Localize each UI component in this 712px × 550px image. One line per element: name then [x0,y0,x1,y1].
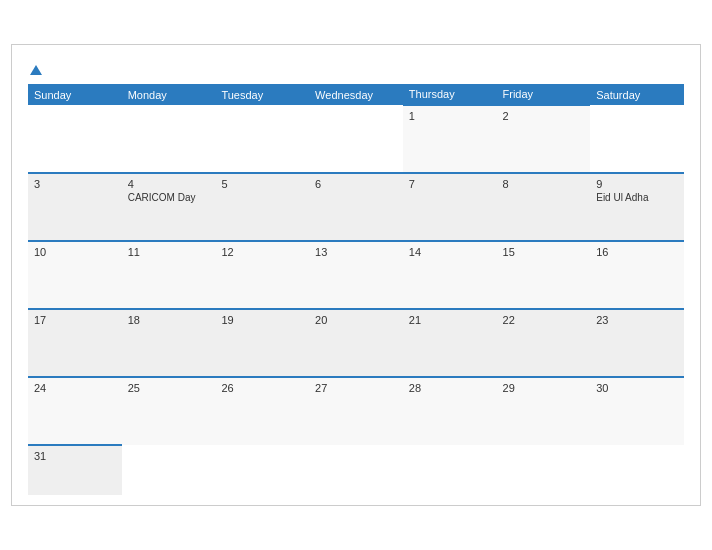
day-number: 28 [409,382,491,394]
day-number: 12 [221,246,303,258]
weekday-header-row: SundayMondayTuesdayWednesdayThursdayFrid… [28,84,684,105]
calendar-day-cell [309,105,403,173]
calendar-day-cell: 18 [122,309,216,377]
calendar-day-cell: 14 [403,241,497,309]
calendar-day-cell: 6 [309,173,403,241]
day-number: 17 [34,314,116,326]
day-number: 30 [596,382,678,394]
day-number: 15 [503,246,585,258]
calendar-grid: SundayMondayTuesdayWednesdayThursdayFrid… [28,84,684,495]
weekday-header: Sunday [28,84,122,105]
day-number: 27 [315,382,397,394]
day-number: 6 [315,178,397,190]
day-number: 14 [409,246,491,258]
calendar-week-row: 17181920212223 [28,309,684,377]
calendar-day-cell: 12 [215,241,309,309]
day-number: 24 [34,382,116,394]
calendar-day-cell [215,105,309,173]
calendar-day-cell: 17 [28,309,122,377]
day-number: 9 [596,178,678,190]
calendar-day-cell: 31 [28,445,122,495]
event-label: CARICOM Day [128,192,210,203]
day-number: 7 [409,178,491,190]
day-number: 3 [34,178,116,190]
calendar-day-cell: 9Eid Ul Adha [590,173,684,241]
calendar-day-cell: 20 [309,309,403,377]
calendar-day-cell: 21 [403,309,497,377]
calendar-day-cell: 28 [403,377,497,445]
calendar-day-cell: 13 [309,241,403,309]
day-number: 18 [128,314,210,326]
calendar-day-cell: 27 [309,377,403,445]
calendar-day-cell: 3 [28,173,122,241]
day-number: 19 [221,314,303,326]
calendar-week-row: 10111213141516 [28,241,684,309]
calendar-day-cell: 24 [28,377,122,445]
weekday-header: Saturday [590,84,684,105]
day-number: 22 [503,314,585,326]
calendar-day-cell: 19 [215,309,309,377]
weekday-header: Tuesday [215,84,309,105]
calendar-day-cell [28,105,122,173]
weekday-header: Thursday [403,84,497,105]
calendar-week-row: 12 [28,105,684,173]
logo [28,61,42,77]
calendar-day-cell: 29 [497,377,591,445]
calendar-day-cell: 1 [403,105,497,173]
calendar-day-cell [590,445,684,495]
day-number: 26 [221,382,303,394]
calendar-day-cell: 4CARICOM Day [122,173,216,241]
calendar-week-row: 24252627282930 [28,377,684,445]
weekday-header: Wednesday [309,84,403,105]
calendar-day-cell: 10 [28,241,122,309]
weekday-header: Monday [122,84,216,105]
day-number: 20 [315,314,397,326]
calendar-day-cell [215,445,309,495]
calendar-week-row: 34CARICOM Day56789Eid Ul Adha [28,173,684,241]
calendar-day-cell: 26 [215,377,309,445]
day-number: 16 [596,246,678,258]
day-number: 8 [503,178,585,190]
calendar-day-cell [309,445,403,495]
calendar-header [28,61,684,77]
calendar-day-cell: 30 [590,377,684,445]
event-label: Eid Ul Adha [596,192,678,203]
calendar-day-cell [590,105,684,173]
calendar-day-cell: 23 [590,309,684,377]
logo-triangle-icon [30,65,42,75]
day-number: 13 [315,246,397,258]
calendar-day-cell: 22 [497,309,591,377]
calendar-day-cell: 15 [497,241,591,309]
day-number: 2 [503,110,585,122]
calendar-day-cell: 8 [497,173,591,241]
calendar-day-cell: 25 [122,377,216,445]
day-number: 1 [409,110,491,122]
calendar-day-cell: 7 [403,173,497,241]
calendar-week-row: 31 [28,445,684,495]
calendar-day-cell [403,445,497,495]
calendar-day-cell: 2 [497,105,591,173]
calendar-day-cell: 16 [590,241,684,309]
calendar: SundayMondayTuesdayWednesdayThursdayFrid… [11,44,701,507]
day-number: 10 [34,246,116,258]
calendar-day-cell: 11 [122,241,216,309]
day-number: 21 [409,314,491,326]
calendar-day-cell: 5 [215,173,309,241]
calendar-day-cell [122,105,216,173]
day-number: 25 [128,382,210,394]
calendar-day-cell [497,445,591,495]
day-number: 29 [503,382,585,394]
day-number: 23 [596,314,678,326]
day-number: 5 [221,178,303,190]
day-number: 31 [34,450,116,462]
calendar-day-cell [122,445,216,495]
day-number: 11 [128,246,210,258]
weekday-header: Friday [497,84,591,105]
day-number: 4 [128,178,210,190]
